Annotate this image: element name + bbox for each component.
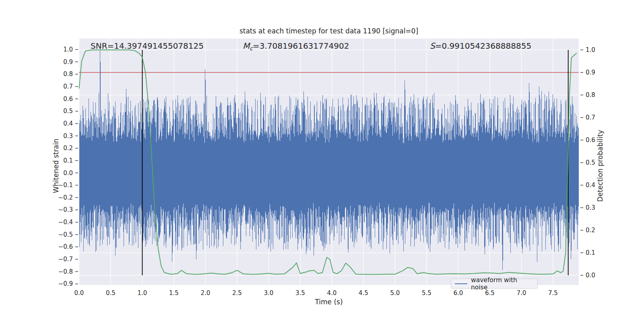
svg-text:3.5: 3.5 xyxy=(295,289,305,297)
svg-text:−0.4: −0.4 xyxy=(58,219,73,226)
svg-text:0.9: 0.9 xyxy=(63,58,73,66)
legend-line-sample-icon xyxy=(455,283,467,284)
svg-text:1.5: 1.5 xyxy=(169,289,179,297)
stat-s-annotation: S=0.9910542368888855 xyxy=(430,41,531,51)
svg-text:0.4: 0.4 xyxy=(63,120,73,127)
svg-text:0.8: 0.8 xyxy=(586,91,595,99)
svg-text:0.5: 0.5 xyxy=(63,107,73,115)
svg-text:−0.8: −0.8 xyxy=(58,268,73,275)
svg-text:0.6: 0.6 xyxy=(586,136,595,144)
svg-text:4.5: 4.5 xyxy=(359,289,368,297)
figure: 1.00.90.80.70.60.50.40.30.20.10.0−0.1−0.… xyxy=(0,0,644,322)
svg-text:0.2: 0.2 xyxy=(63,144,73,152)
legend-label: waveform with noise xyxy=(471,277,534,291)
svg-text:3.0: 3.0 xyxy=(264,289,274,297)
svg-text:2.0: 2.0 xyxy=(201,289,211,297)
svg-text:0.6: 0.6 xyxy=(63,95,73,103)
chirp-mass-symbol: M xyxy=(243,41,250,51)
svg-text:1.0: 1.0 xyxy=(63,46,73,53)
chirp-mass-subscript: c xyxy=(250,45,253,52)
right-y-axis-label: Detection probability xyxy=(596,130,604,202)
svg-text:−0.5: −0.5 xyxy=(58,231,73,238)
legend: waveform with noise xyxy=(451,279,538,289)
svg-text:1.0: 1.0 xyxy=(138,289,147,297)
svg-text:0.1: 0.1 xyxy=(63,157,73,164)
snr-annotation: SNR=14.397491455078125 xyxy=(91,41,204,51)
x-axis-label: Time (s) xyxy=(79,298,579,306)
stat-s-value: =0.9910542368888855 xyxy=(435,41,531,51)
svg-text:−0.3: −0.3 xyxy=(58,206,73,213)
svg-text:−0.6: −0.6 xyxy=(58,243,73,250)
svg-text:0.0: 0.0 xyxy=(586,272,595,279)
svg-text:0.4: 0.4 xyxy=(586,182,595,189)
chirp-mass-value: =3.7081961631774902 xyxy=(253,41,349,51)
svg-text:−0.9: −0.9 xyxy=(58,280,73,287)
svg-text:−0.1: −0.1 xyxy=(58,182,73,189)
svg-text:0.5: 0.5 xyxy=(586,159,595,166)
svg-text:0.8: 0.8 xyxy=(63,70,73,78)
svg-text:0.3: 0.3 xyxy=(63,132,73,140)
svg-text:5.0: 5.0 xyxy=(390,289,400,297)
svg-text:0.0: 0.0 xyxy=(74,289,84,297)
svg-text:0.5: 0.5 xyxy=(106,289,116,297)
svg-text:0.0: 0.0 xyxy=(63,169,73,177)
svg-text:2.5: 2.5 xyxy=(232,289,242,297)
svg-text:−0.7: −0.7 xyxy=(58,256,73,263)
chart-title: stats at each timestep for test data 119… xyxy=(79,27,579,35)
stat-s-symbol: S xyxy=(430,41,435,51)
svg-text:5.5: 5.5 xyxy=(422,289,431,297)
svg-text:0.2: 0.2 xyxy=(586,227,595,234)
svg-text:0.7: 0.7 xyxy=(63,83,73,90)
svg-text:4.0: 4.0 xyxy=(327,289,337,297)
svg-text:0.3: 0.3 xyxy=(586,204,595,211)
svg-text:0.1: 0.1 xyxy=(586,249,595,256)
svg-text:0.7: 0.7 xyxy=(586,114,595,121)
svg-text:6.0: 6.0 xyxy=(454,289,463,297)
svg-text:1.0: 1.0 xyxy=(586,46,595,54)
left-y-axis-label: Whitened strain xyxy=(52,138,60,193)
svg-text:0.9: 0.9 xyxy=(586,69,595,76)
svg-text:7.5: 7.5 xyxy=(548,289,558,297)
chirp-mass-annotation: Mc=3.7081961631774902 xyxy=(243,41,349,52)
svg-text:−0.2: −0.2 xyxy=(58,194,73,201)
